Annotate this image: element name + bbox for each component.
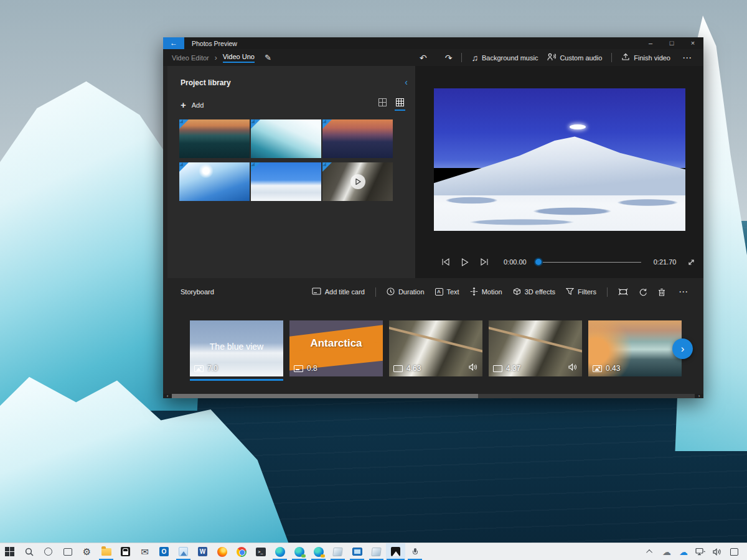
minimize-button[interactable]: – — [640, 37, 661, 49]
seek-thumb[interactable] — [534, 258, 543, 266]
taskbar-apps: ⚙ ✉ O W >_ — [0, 543, 425, 560]
text-button[interactable]: A Text — [435, 288, 459, 296]
storyboard-header: Storyboard Add title card — [163, 278, 703, 306]
rename-pencil-icon[interactable]: ✎ — [265, 53, 271, 62]
speaker-icon[interactable] — [568, 363, 577, 372]
seek-bar[interactable] — [535, 258, 641, 266]
titlebar: ← Photos Preview – □ × — [163, 37, 703, 49]
storyboard-clip-waterfall-2[interactable]: 4.37 — [489, 320, 582, 376]
photos-legacy-button[interactable] — [174, 543, 193, 560]
library-thumb-ice-closeup[interactable] — [251, 119, 321, 158]
add-media-button[interactable]: + Add — [181, 100, 204, 110]
motion-label: Motion — [482, 288, 502, 296]
selected-corner-icon — [179, 162, 189, 172]
playback-controls: 0:00.00 0:21.70 — [415, 253, 703, 271]
delete-trash-icon[interactable] — [658, 288, 665, 296]
collapse-panel-icon[interactable]: ‹ — [405, 77, 408, 87]
rotate-icon[interactable] — [639, 288, 647, 296]
redo-icon[interactable]: ↷ — [445, 54, 453, 62]
search-button[interactable] — [19, 543, 39, 560]
storyboard-clip-iceberg-sunset[interactable]: 0.43 — [588, 320, 682, 376]
play-button[interactable] — [459, 256, 471, 268]
small-grid-view-icon[interactable] — [396, 98, 404, 106]
cortana-button[interactable] — [39, 543, 58, 560]
photo-icon — [593, 365, 602, 372]
app-glassy-2-button[interactable] — [367, 543, 386, 560]
finish-video-button[interactable]: Finish video — [621, 53, 670, 62]
firefox-button[interactable] — [212, 543, 232, 560]
background-music-button[interactable]: ♫ Background music — [471, 54, 538, 62]
duration-button[interactable]: Duration — [387, 287, 425, 297]
large-grid-view-icon[interactable] — [378, 98, 387, 106]
clip-title-overlay: The blue view — [190, 342, 283, 352]
scroll-right-button[interactable]: › — [672, 338, 693, 359]
feedback-hub-button[interactable] — [405, 543, 425, 560]
library-thumb-blue-ice-slope[interactable] — [179, 162, 250, 201]
terminal-button[interactable]: >_ — [251, 543, 270, 560]
more-options-icon[interactable]: ⋯ — [680, 52, 695, 63]
next-frame-button[interactable] — [479, 256, 490, 268]
previous-frame-button[interactable] — [440, 256, 451, 268]
speaker-icon[interactable] — [469, 363, 477, 372]
selected-corner-icon — [179, 119, 189, 129]
breadcrumb-parent[interactable]: Video Editor — [172, 54, 209, 62]
selected-corner-icon — [251, 162, 260, 172]
scrollbar-right-arrow[interactable]: › — [695, 394, 703, 398]
library-thumb-iceberg-sunset-purple[interactable] — [322, 119, 393, 158]
start-button[interactable] — [0, 543, 19, 560]
scrollbar-left-arrow[interactable]: ‹ — [163, 394, 172, 398]
motion-button[interactable]: Motion — [470, 287, 502, 297]
network-button[interactable] — [695, 543, 706, 560]
show-hidden-icons-button[interactable] — [644, 543, 655, 560]
folder-icon — [101, 548, 111, 556]
onedrive-personal-button[interactable]: ☁ — [661, 543, 672, 560]
plus-icon: + — [181, 100, 186, 110]
store-button[interactable] — [116, 543, 135, 560]
task-view-button[interactable] — [58, 543, 77, 560]
photos-app-button[interactable] — [386, 543, 405, 560]
close-button[interactable]: × — [682, 37, 703, 49]
3d-effects-button[interactable]: 3D effects — [513, 287, 555, 297]
onedrive-business-button[interactable]: ☁ — [678, 543, 689, 560]
volume-button[interactable] — [712, 543, 723, 560]
scrollbar-track[interactable] — [172, 394, 695, 398]
glassy-app-icon — [371, 548, 381, 556]
app-glassy-1-button[interactable] — [328, 543, 347, 560]
clip-meta: 0.8 — [294, 364, 317, 373]
undo-icon[interactable]: ↶ — [420, 54, 427, 62]
maximize-button[interactable]: □ — [661, 37, 682, 49]
video-play-icon — [350, 174, 365, 189]
edge-beta-button[interactable] — [289, 543, 309, 560]
action-center-button[interactable] — [728, 543, 740, 560]
custom-audio-button[interactable]: Custom audio — [547, 53, 602, 62]
mail-button[interactable]: ✉ — [135, 543, 154, 560]
add-title-card-button[interactable]: Add title card — [312, 287, 365, 296]
back-button[interactable]: ← — [163, 37, 184, 49]
chrome-button[interactable] — [232, 543, 251, 560]
scrollbar-thumb[interactable] — [172, 394, 478, 398]
library-thumb-snow-mountain[interactable] — [251, 162, 321, 201]
video-preview[interactable] — [434, 88, 685, 231]
breadcrumb-current[interactable]: Video Uno — [223, 53, 255, 63]
add-title-card-label: Add title card — [325, 288, 365, 296]
outlook-button[interactable]: O — [154, 543, 174, 560]
library-thumb-rocks-waterfall[interactable] — [322, 162, 393, 201]
storyboard-more-icon[interactable]: ⋯ — [676, 286, 691, 297]
word-icon: W — [198, 547, 207, 556]
storyboard-clip-antarctica[interactable]: Antarctica 0.8 — [289, 320, 383, 376]
this-pc-button[interactable] — [347, 543, 367, 560]
finish-video-label: Finish video — [634, 54, 670, 62]
storyboard-clip-the-blue-view[interactable]: The blue view 7.0 — [190, 320, 283, 376]
filters-button[interactable]: Filters — [566, 287, 596, 297]
file-explorer-button[interactable] — [96, 543, 116, 560]
cortana-icon — [44, 548, 52, 556]
edge-canary-button[interactable] — [309, 543, 328, 560]
window-controls: – □ × — [640, 37, 703, 49]
library-thumb-iceberg-sunset-dark[interactable] — [179, 119, 250, 158]
settings-button[interactable]: ⚙ — [77, 543, 96, 560]
word-button[interactable]: W — [193, 543, 212, 560]
resize-frame-icon[interactable] — [618, 288, 628, 296]
edge-button[interactable] — [270, 543, 289, 560]
fullscreen-icon[interactable] — [687, 258, 695, 266]
storyboard-clip-waterfall-1[interactable]: 4.63 — [389, 320, 482, 376]
